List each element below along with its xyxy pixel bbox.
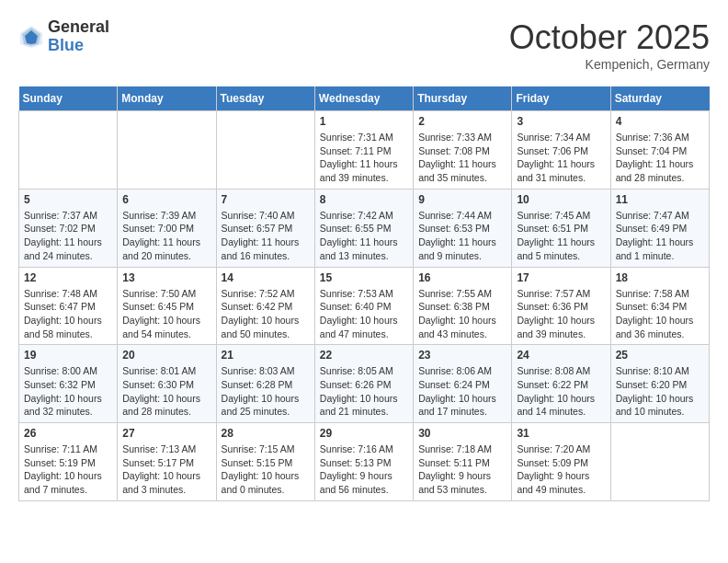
day-info: Sunrise: 8:05 AMSunset: 6:26 PMDaylight:… (320, 364, 408, 419)
day-number: 17 (517, 271, 605, 284)
day-number: 29 (320, 427, 408, 440)
day-number: 15 (320, 271, 408, 284)
day-info: Sunrise: 7:16 AMSunset: 5:13 PMDaylight:… (320, 442, 408, 497)
day-number: 16 (418, 271, 506, 284)
calendar-cell: 21Sunrise: 8:03 AMSunset: 6:28 PMDayligh… (216, 345, 314, 423)
day-number: 21 (222, 349, 310, 362)
day-info: Sunrise: 7:55 AMSunset: 6:38 PMDaylight:… (418, 287, 506, 341)
day-number: 12 (24, 271, 112, 284)
day-number: 1 (320, 115, 408, 128)
day-number: 11 (616, 193, 704, 206)
day-number: 13 (122, 271, 210, 284)
calendar-week-row: 5Sunrise: 7:37 AMSunset: 7:02 PMDaylight… (19, 189, 710, 267)
calendar-cell: 4Sunrise: 7:36 AMSunset: 7:04 PMDaylight… (610, 111, 709, 190)
day-info: Sunrise: 7:20 AMSunset: 5:09 PMDaylight:… (517, 442, 605, 497)
calendar-cell: 27Sunrise: 7:13 AMSunset: 5:17 PMDayligh… (118, 423, 216, 501)
weekday-header: Thursday (414, 86, 512, 111)
day-number: 8 (320, 193, 408, 206)
day-info: Sunrise: 7:52 AMSunset: 6:42 PMDaylight:… (222, 287, 310, 341)
calendar-cell: 28Sunrise: 7:15 AMSunset: 5:15 PMDayligh… (216, 423, 314, 501)
day-number: 26 (24, 427, 112, 440)
day-number: 9 (418, 193, 506, 206)
day-info: Sunrise: 7:31 AMSunset: 7:11 PMDaylight:… (320, 131, 408, 185)
day-number: 30 (418, 427, 506, 440)
day-info: Sunrise: 8:00 AMSunset: 6:32 PMDaylight:… (24, 364, 112, 419)
calendar-cell: 26Sunrise: 7:11 AMSunset: 5:19 PMDayligh… (19, 423, 118, 501)
calendar-cell: 8Sunrise: 7:42 AMSunset: 6:55 PMDaylight… (314, 189, 413, 267)
calendar-cell: 13Sunrise: 7:50 AMSunset: 6:45 PMDayligh… (118, 267, 216, 345)
day-info: Sunrise: 7:58 AMSunset: 6:34 PMDaylight:… (616, 287, 704, 341)
weekday-header: Tuesday (216, 86, 314, 111)
title-block: October 2025 Kempenich, Germany (509, 18, 710, 72)
weekday-header-row: SundayMondayTuesdayWednesdayThursdayFrid… (19, 86, 710, 111)
calendar-cell (216, 111, 314, 190)
logo-text: General Blue (48, 18, 109, 55)
day-number: 7 (222, 193, 310, 206)
weekday-header: Monday (118, 86, 216, 111)
day-info: Sunrise: 7:15 AMSunset: 5:15 PMDaylight:… (222, 442, 310, 497)
day-number: 10 (517, 193, 605, 206)
day-info: Sunrise: 7:39 AMSunset: 7:00 PMDaylight:… (122, 209, 210, 263)
day-number: 6 (122, 193, 210, 206)
calendar-cell: 31Sunrise: 7:20 AMSunset: 5:09 PMDayligh… (512, 423, 610, 501)
day-info: Sunrise: 7:36 AMSunset: 7:04 PMDaylight:… (616, 131, 704, 185)
day-info: Sunrise: 8:06 AMSunset: 6:24 PMDaylight:… (418, 364, 506, 419)
calendar-cell: 25Sunrise: 8:10 AMSunset: 6:20 PMDayligh… (610, 345, 709, 423)
calendar-cell: 3Sunrise: 7:34 AMSunset: 7:06 PMDaylight… (512, 111, 610, 190)
calendar-cell (610, 423, 709, 501)
day-number: 24 (517, 349, 605, 362)
location: Kempenich, Germany (509, 57, 710, 72)
day-number: 4 (616, 115, 704, 128)
day-info: Sunrise: 7:33 AMSunset: 7:08 PMDaylight:… (418, 131, 506, 185)
calendar-cell: 5Sunrise: 7:37 AMSunset: 7:02 PMDaylight… (19, 189, 118, 267)
day-info: Sunrise: 7:44 AMSunset: 6:53 PMDaylight:… (418, 209, 506, 263)
calendar-week-row: 19Sunrise: 8:00 AMSunset: 6:32 PMDayligh… (19, 345, 710, 423)
calendar-cell: 7Sunrise: 7:40 AMSunset: 6:57 PMDaylight… (216, 189, 314, 267)
day-number: 22 (320, 349, 408, 362)
weekday-header: Wednesday (314, 86, 413, 111)
day-info: Sunrise: 7:53 AMSunset: 6:40 PMDaylight:… (320, 287, 408, 341)
day-info: Sunrise: 7:11 AMSunset: 5:19 PMDaylight:… (24, 442, 112, 497)
day-info: Sunrise: 7:37 AMSunset: 7:02 PMDaylight:… (24, 209, 112, 263)
day-info: Sunrise: 7:47 AMSunset: 6:49 PMDaylight:… (616, 209, 704, 263)
logo-icon (18, 24, 44, 50)
calendar-cell (118, 111, 216, 190)
day-info: Sunrise: 7:18 AMSunset: 5:11 PMDaylight:… (418, 442, 506, 497)
weekday-header: Sunday (19, 86, 118, 111)
calendar-cell: 12Sunrise: 7:48 AMSunset: 6:47 PMDayligh… (19, 267, 118, 345)
calendar-cell: 1Sunrise: 7:31 AMSunset: 7:11 PMDaylight… (314, 111, 413, 190)
calendar-week-row: 26Sunrise: 7:11 AMSunset: 5:19 PMDayligh… (19, 423, 710, 501)
weekday-header: Saturday (610, 86, 709, 111)
day-number: 18 (616, 271, 704, 284)
day-info: Sunrise: 7:45 AMSunset: 6:51 PMDaylight:… (517, 209, 605, 263)
weekday-header: Friday (512, 86, 610, 111)
calendar-cell: 19Sunrise: 8:00 AMSunset: 6:32 PMDayligh… (19, 345, 118, 423)
calendar-cell: 22Sunrise: 8:05 AMSunset: 6:26 PMDayligh… (314, 345, 413, 423)
day-number: 28 (222, 427, 310, 440)
calendar-cell: 14Sunrise: 7:52 AMSunset: 6:42 PMDayligh… (216, 267, 314, 345)
day-info: Sunrise: 8:03 AMSunset: 6:28 PMDaylight:… (222, 364, 310, 419)
calendar-cell: 15Sunrise: 7:53 AMSunset: 6:40 PMDayligh… (314, 267, 413, 345)
calendar-cell: 20Sunrise: 8:01 AMSunset: 6:30 PMDayligh… (118, 345, 216, 423)
day-number: 14 (222, 271, 310, 284)
month-title: October 2025 (509, 18, 710, 57)
day-info: Sunrise: 8:08 AMSunset: 6:22 PMDaylight:… (517, 364, 605, 419)
calendar-cell: 24Sunrise: 8:08 AMSunset: 6:22 PMDayligh… (512, 345, 610, 423)
day-info: Sunrise: 7:50 AMSunset: 6:45 PMDaylight:… (122, 287, 210, 341)
calendar-cell: 18Sunrise: 7:58 AMSunset: 6:34 PMDayligh… (610, 267, 709, 345)
day-number: 23 (418, 349, 506, 362)
calendar-cell: 30Sunrise: 7:18 AMSunset: 5:11 PMDayligh… (414, 423, 512, 501)
day-number: 19 (24, 349, 112, 362)
day-info: Sunrise: 7:34 AMSunset: 7:06 PMDaylight:… (517, 131, 605, 185)
calendar-cell (19, 111, 118, 190)
day-number: 20 (122, 349, 210, 362)
day-number: 3 (517, 115, 605, 128)
day-info: Sunrise: 7:48 AMSunset: 6:47 PMDaylight:… (24, 287, 112, 341)
calendar-cell: 2Sunrise: 7:33 AMSunset: 7:08 PMDaylight… (414, 111, 512, 190)
calendar-table: SundayMondayTuesdayWednesdayThursdayFrid… (18, 86, 710, 501)
calendar-cell: 9Sunrise: 7:44 AMSunset: 6:53 PMDaylight… (414, 189, 512, 267)
day-info: Sunrise: 8:10 AMSunset: 6:20 PMDaylight:… (616, 364, 704, 419)
calendar-cell: 10Sunrise: 7:45 AMSunset: 6:51 PMDayligh… (512, 189, 610, 267)
day-info: Sunrise: 7:42 AMSunset: 6:55 PMDaylight:… (320, 209, 408, 263)
day-number: 31 (517, 427, 605, 440)
